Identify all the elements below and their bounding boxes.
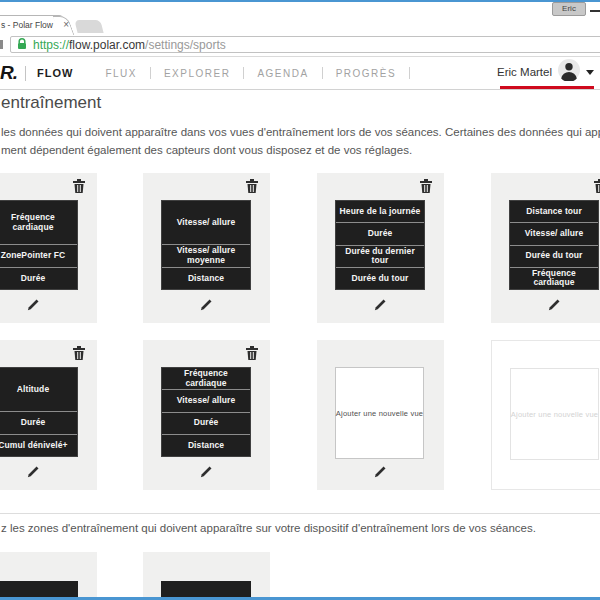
edit-pencil-icon[interactable] — [143, 464, 270, 479]
field-label: Durée — [0, 267, 77, 290]
field-label: Vitesse/ allure — [510, 222, 598, 244]
add-view-label: Ajouter une nouvelle vue — [511, 410, 598, 419]
field-label: Distance tour — [510, 201, 598, 222]
training-view-card: Distance tour Vitesse/ allure Durée du t… — [491, 173, 600, 323]
polar-navbar: R. FLOW FLUX EXPLORER AGENDA PROGRÈS Eri… — [0, 57, 600, 90]
nav-divider — [25, 66, 26, 81]
field-label: Vitesse/ allure — [162, 389, 250, 411]
field-label: Altitude — [0, 368, 77, 411]
tab-title: s - Polar Flow — [1, 16, 53, 34]
field-label: Vitesse/ allure — [162, 201, 250, 244]
tab-close-icon[interactable]: × — [63, 16, 69, 34]
training-view-card: Fréquence cardiaque Vitesse/ allure Duré… — [143, 340, 270, 490]
nav-item-agenda[interactable]: AGENDA — [257, 68, 308, 79]
edit-pencil-icon[interactable] — [0, 464, 97, 479]
add-view-label: Ajouter une nouvelle vue — [336, 409, 423, 418]
add-view-card[interactable]: Ajouter une nouvelle vue — [317, 340, 444, 490]
field-label: Cumul dénivelé+ — [0, 434, 77, 457]
trash-icon[interactable] — [246, 346, 258, 364]
url-host: flow.polar.com — [69, 38, 145, 52]
field-label: Heure de la journée — [336, 201, 424, 222]
browser-toolbar: https://flow.polar.com/settings/sports — [0, 33, 600, 57]
url-separator: :// — [59, 38, 69, 52]
edit-pencil-icon[interactable] — [317, 464, 444, 479]
intro-text-line1: les données qui doivent apparaître dans … — [1, 126, 600, 138]
nav-item-progres[interactable]: PROGRÈS — [336, 68, 397, 79]
field-label: Distance — [162, 434, 250, 456]
edit-pencil-icon[interactable] — [491, 297, 600, 312]
lock-icon — [17, 36, 27, 54]
zones-intro-text: z les zones d'entraînement qui doivent a… — [1, 522, 536, 534]
view-fields-box: Heure de la journée Durée Durée du derni… — [335, 200, 425, 290]
field-label: Durée — [0, 411, 77, 434]
add-view-card-disabled: Ajouter une nouvelle vue — [491, 340, 600, 490]
user-menu[interactable]: Eric Martel — [497, 57, 594, 87]
trash-icon[interactable] — [73, 346, 85, 364]
edit-pencil-icon[interactable] — [0, 297, 97, 312]
browser-profile-badge[interactable]: Eric — [552, 2, 586, 16]
nav-item-explorer[interactable]: EXPLORER — [164, 68, 230, 79]
url-path: /settings/sports — [145, 38, 226, 52]
field-label: ZonePointer FC — [0, 244, 77, 267]
zone-card-partial — [0, 552, 97, 600]
add-view-box: Ajouter une nouvelle vue — [510, 368, 599, 460]
field-label: Fréquence cardiaque — [510, 267, 598, 289]
nav-divider — [409, 67, 410, 79]
view-fields-box: Fréquence cardiaque ZonePointer FC Durée — [0, 200, 78, 290]
nav-divider — [150, 67, 151, 79]
toolbar-icon-fragment — [0, 40, 3, 49]
minimize-button[interactable] — [590, 10, 600, 12]
field-label: Durée — [162, 412, 250, 434]
chevron-down-icon — [586, 70, 594, 75]
field-label: Durée du dernier tour — [336, 245, 424, 267]
field-label: Fréquence cardiaque — [0, 201, 77, 244]
field-label: Durée du tour — [510, 245, 598, 267]
field-label: Fréquence cardiaque — [162, 368, 250, 389]
trash-icon[interactable] — [246, 179, 258, 197]
training-view-card: Fréquence cardiaque ZonePointer FC Durée — [0, 173, 97, 323]
zone-card-partial — [143, 552, 270, 600]
view-fields-box: Distance tour Vitesse/ allure Durée du t… — [509, 200, 599, 290]
user-name: Eric Martel — [497, 66, 552, 78]
view-fields-box: Altitude Durée Cumul dénivelé+ — [0, 367, 78, 457]
trash-icon[interactable] — [594, 179, 600, 197]
view-fields-box: Vitesse/ allure Vitesse/ allure moyenne … — [161, 200, 251, 290]
trash-icon[interactable] — [420, 179, 432, 197]
address-bar[interactable]: https://flow.polar.com/settings/sports — [10, 36, 600, 53]
browser-window: Eric s - Polar Flow × https://flow.polar… — [0, 0, 600, 600]
avatar — [558, 59, 580, 85]
url-scheme: https — [33, 38, 59, 52]
field-label: Durée — [336, 222, 424, 244]
url-text: https://flow.polar.com/settings/sports — [33, 38, 226, 52]
nav-divider — [243, 67, 244, 79]
add-view-box[interactable]: Ajouter une nouvelle vue — [335, 367, 424, 459]
nav-left-group: R. FLOW FLUX EXPLORER AGENDA PROGRÈS — [0, 57, 423, 89]
field-label: Durée du tour — [336, 267, 424, 289]
training-view-card: Heure de la journée Durée Durée du derni… — [317, 173, 444, 323]
trash-icon[interactable] — [73, 179, 85, 197]
nav-item-flow[interactable]: FLOW — [37, 67, 73, 79]
intro-text-line2: ment dépendent également des capteurs do… — [1, 144, 412, 156]
field-label: Distance — [162, 267, 250, 290]
section-divider — [0, 513, 600, 514]
training-view-card: Vitesse/ allure Vitesse/ allure moyenne … — [143, 173, 270, 323]
nav-divider — [322, 67, 323, 79]
active-user-underline — [500, 86, 594, 89]
edit-pencil-icon[interactable] — [143, 297, 270, 312]
window-top-border — [0, 0, 600, 2]
new-tab-button[interactable] — [74, 20, 103, 33]
view-fields-box: Fréquence cardiaque Vitesse/ allure Duré… — [161, 367, 251, 457]
nav-item-flux[interactable]: FLUX — [105, 68, 137, 79]
field-label: Vitesse/ allure moyenne — [162, 244, 250, 267]
polar-logo[interactable]: R. — [0, 62, 17, 84]
edit-pencil-icon[interactable] — [317, 297, 444, 312]
browser-tab[interactable]: s - Polar Flow × — [0, 15, 63, 34]
training-view-card: Altitude Durée Cumul dénivelé+ — [0, 340, 97, 490]
page-title: entraînement — [1, 93, 101, 113]
